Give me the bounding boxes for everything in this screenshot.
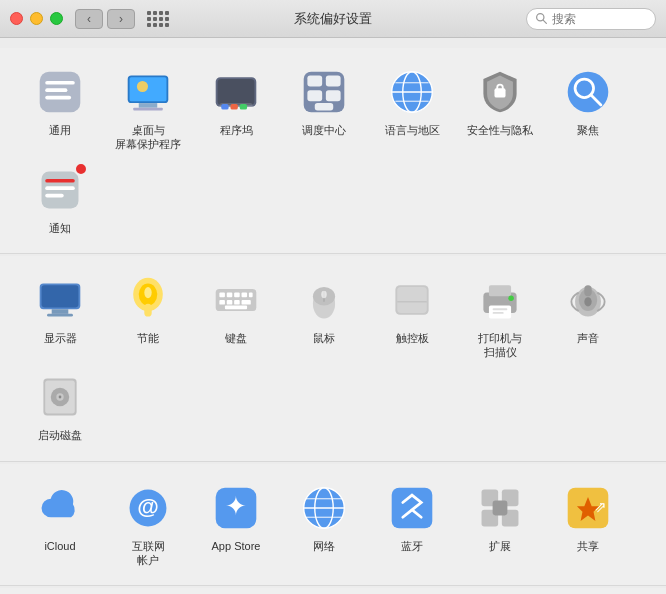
bluetooth-label: 蓝牙 xyxy=(401,539,423,553)
svg-rect-37 xyxy=(45,193,63,197)
pref-item-printer[interactable]: 打印机与扫描仪 xyxy=(456,266,544,364)
svg-rect-41 xyxy=(47,314,73,317)
svg-rect-67 xyxy=(493,308,508,310)
svg-rect-39 xyxy=(42,285,79,307)
pref-item-sound[interactable]: 声音 xyxy=(544,266,632,364)
pref-item-general[interactable]: 通用 xyxy=(16,58,104,156)
svg-rect-53 xyxy=(227,300,233,305)
nav-buttons: ‹ › xyxy=(75,9,135,29)
search-icon xyxy=(535,12,548,25)
pref-item-language[interactable]: 语言与地区 xyxy=(368,58,456,156)
pref-item-dock[interactable]: 程序坞 xyxy=(192,58,280,156)
display-icon xyxy=(34,274,86,326)
window-title: 系统偏好设置 xyxy=(294,10,372,28)
svg-rect-22 xyxy=(315,103,333,110)
search-input[interactable] xyxy=(552,12,647,26)
security-icon xyxy=(474,66,526,118)
maximize-button[interactable] xyxy=(50,12,63,25)
pref-item-mouse[interactable]: 鼠标 xyxy=(280,266,368,364)
language-label: 语言与地区 xyxy=(385,123,440,137)
svg-rect-35 xyxy=(45,179,75,183)
pref-item-network[interactable]: 网络 xyxy=(280,474,368,572)
app-grid-button[interactable] xyxy=(145,9,171,29)
sound-label: 声音 xyxy=(577,331,599,345)
svg-rect-73 xyxy=(584,285,591,296)
pref-item-display[interactable]: 显示器 xyxy=(16,266,104,364)
internet-label: 互联网帐户 xyxy=(132,539,165,568)
forward-button[interactable]: › xyxy=(107,9,135,29)
pref-item-appstore[interactable]: ✦ App Store xyxy=(192,474,280,572)
svg-rect-48 xyxy=(227,293,233,298)
extensions-label: 扩展 xyxy=(489,539,511,553)
content-area: 通用 桌面与屏幕保护程序 xyxy=(0,38,666,594)
dock-icon xyxy=(210,66,262,118)
section-2-grid: 显示器 节能 xyxy=(16,266,650,447)
pref-item-mission[interactable]: 调度中心 xyxy=(280,58,368,156)
svg-rect-55 xyxy=(242,300,251,305)
pref-item-internet[interactable]: @ 互联网帐户 xyxy=(104,474,192,572)
energy-label: 节能 xyxy=(137,331,159,345)
pref-item-icloud[interactable]: iCloud xyxy=(16,474,104,572)
sharing-label: 共享 xyxy=(577,539,599,553)
display-label: 显示器 xyxy=(44,331,77,345)
language-icon xyxy=(386,66,438,118)
startup-icon xyxy=(34,371,86,423)
svg-point-78 xyxy=(59,396,62,399)
svg-rect-5 xyxy=(45,96,71,100)
svg-rect-19 xyxy=(326,75,341,86)
pref-item-trackpad[interactable]: 触控板 xyxy=(368,266,456,364)
appstore-icon: ✦ xyxy=(210,482,262,534)
minimize-button[interactable] xyxy=(30,12,43,25)
keyboard-icon xyxy=(210,274,262,326)
svg-rect-62 xyxy=(397,287,427,313)
svg-rect-56 xyxy=(225,305,247,309)
svg-rect-51 xyxy=(249,293,253,298)
search-box[interactable] xyxy=(526,8,656,30)
titlebar: ‹ › 系统偏好设置 xyxy=(0,0,666,38)
section-4: 用户与群组 家长控制 xyxy=(0,588,666,594)
internet-icon: @ xyxy=(122,482,174,534)
pref-item-notifications[interactable]: 通知 xyxy=(16,156,104,239)
startup-label: 启动磁盘 xyxy=(38,428,82,442)
section-2: 显示器 节能 xyxy=(0,256,666,462)
sound-icon xyxy=(562,274,614,326)
printer-icon xyxy=(474,274,526,326)
svg-line-1 xyxy=(543,20,546,23)
svg-rect-21 xyxy=(326,90,341,101)
keyboard-label: 键盘 xyxy=(225,331,247,345)
grid-dots-icon xyxy=(147,11,169,27)
pref-item-spotlight[interactable]: 聚焦 xyxy=(544,58,632,156)
svg-rect-15 xyxy=(230,104,237,110)
notifications-label: 通知 xyxy=(49,221,71,235)
svg-rect-49 xyxy=(234,293,240,298)
bluetooth-icon xyxy=(386,482,438,534)
pref-item-startup[interactable]: 启动磁盘 xyxy=(16,363,104,446)
back-button[interactable]: ‹ xyxy=(75,9,103,29)
svg-rect-44 xyxy=(144,304,151,317)
svg-point-60 xyxy=(321,291,327,298)
pref-item-keyboard[interactable]: 键盘 xyxy=(192,266,280,364)
pref-item-desktop[interactable]: 桌面与屏幕保护程序 xyxy=(104,58,192,156)
pref-item-security[interactable]: 安全性与隐私 xyxy=(456,58,544,156)
svg-point-69 xyxy=(508,295,514,301)
svg-rect-9 xyxy=(130,77,167,101)
section-1: 通用 桌面与屏幕保护程序 xyxy=(0,48,666,254)
svg-rect-29 xyxy=(494,88,505,97)
svg-rect-52 xyxy=(219,300,225,305)
svg-rect-16 xyxy=(240,104,247,110)
svg-rect-4 xyxy=(45,88,67,92)
extensions-icon xyxy=(474,482,526,534)
mouse-icon xyxy=(298,274,350,326)
svg-rect-50 xyxy=(242,293,248,298)
close-button[interactable] xyxy=(10,12,23,25)
pref-item-bluetooth[interactable]: 蓝牙 xyxy=(368,474,456,572)
pref-item-sharing[interactable]: ⇗ 共享 xyxy=(544,474,632,572)
icloud-icon xyxy=(34,482,86,534)
trackpad-label: 触控板 xyxy=(396,331,429,345)
svg-rect-14 xyxy=(221,104,228,110)
pref-item-energy[interactable]: 节能 xyxy=(104,266,192,364)
svg-rect-7 xyxy=(139,103,157,108)
pref-item-extensions[interactable]: 扩展 xyxy=(456,474,544,572)
svg-rect-8 xyxy=(133,108,163,111)
section-3: iCloud @ 互联网帐户 ✦ App Sto xyxy=(0,464,666,587)
